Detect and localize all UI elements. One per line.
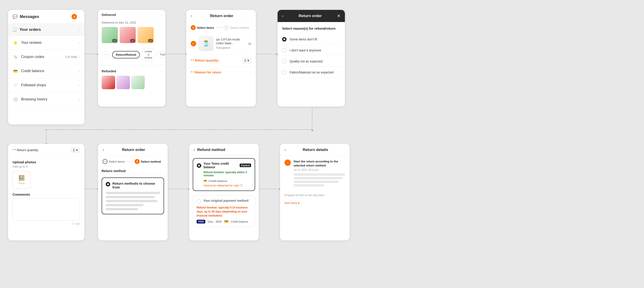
- event-body: Start the return according to the select…: [294, 159, 345, 186]
- reason-text-4: Fabric/Material not as expected: [290, 71, 334, 74]
- reason-option-1[interactable]: Some items don't fit: [278, 34, 345, 45]
- messages-row[interactable]: 💬 Messages 4 ›: [8, 10, 84, 24]
- reason-option-2[interactable]: I don't want it anymore: [278, 45, 345, 56]
- details-content: ↑ Start the return according to the sele…: [280, 156, 350, 194]
- credit-icon2: 💳: [224, 219, 229, 224]
- orders-chevron-icon: ›: [79, 28, 80, 32]
- product-image-1: x2: [102, 27, 118, 43]
- upload-label: Upload photos: [12, 160, 80, 164]
- coupons-label: Coupon codes: [21, 55, 44, 59]
- messages-label: Messages: [20, 14, 39, 19]
- return-method-section-label: Return method: [98, 167, 168, 174]
- original-payment-label: Your original payment method: [203, 199, 248, 202]
- credit-label: Credit balance: [21, 69, 44, 73]
- return-header: ‹ Return order: [186, 10, 256, 22]
- original-payment-row: Your original payment method: [196, 199, 251, 204]
- return-method-card: ‹ Return order ✓ Select items ——› 2 Sele…: [98, 144, 168, 240]
- sidebar-item-credit[interactable]: 💳 Credit balance ›: [8, 64, 84, 78]
- event-line-1: [294, 173, 345, 176]
- product-row: ✓ 🫙 1pc 3.5*3.5in Acrylic Cotton Swab...…: [186, 33, 256, 54]
- see-more-button[interactable]: See more ▾: [280, 199, 350, 207]
- order-actions: ··· Return/Refund Leave a review Track: [98, 46, 166, 63]
- qty-badge-3: x2: [148, 39, 153, 42]
- temu-credit-option[interactable]: Your Temu credit balance Fastest Refund …: [193, 158, 255, 191]
- reasons-close-button[interactable]: ✕: [337, 14, 340, 19]
- arrow-vertical: [312, 107, 312, 130]
- credit-radio-icon: [197, 163, 201, 168]
- qty-badge-1: x2: [112, 39, 117, 42]
- credit-balance-row: 💳 Credit balance: [197, 179, 251, 183]
- return-reason-row[interactable]: * * Reason for return ›: [186, 67, 256, 78]
- qty-mini-value: 2: [73, 148, 75, 152]
- refunded-image-3: [131, 76, 145, 89]
- visa-text: Visa ...9825: [208, 220, 222, 223]
- arrow-4: [85, 189, 98, 189]
- sidebar-item-browsing[interactable]: 🕐 Browsing history ›: [8, 92, 84, 107]
- order-images: x2 x2 x2: [98, 25, 166, 46]
- payment-methods-row: VISA Visa ...9825 💳 Credit balance: [196, 219, 251, 224]
- event-title: Start the return according to the select…: [294, 159, 345, 168]
- coupons-icon: 🏷️: [12, 54, 18, 60]
- method-radio-icon: [106, 182, 110, 186]
- reasons-back-button[interactable]: ‹: [282, 14, 284, 19]
- credit-label-row: Your Temu credit balance Fastest: [204, 162, 251, 169]
- product-name: 1pc 3.5*3.5in Acrylic Cotton Swab...: [216, 38, 246, 45]
- product-quantity: x2: [248, 42, 251, 45]
- steps-separator2-icon: ——›: [126, 160, 133, 163]
- shops-label: Followed shops: [21, 83, 46, 87]
- reason-option-4[interactable]: Fabric/Material not as expected: [278, 67, 345, 78]
- reason-chevron-icon: ›: [250, 71, 251, 74]
- comments-textarea[interactable]: [12, 198, 80, 221]
- method-line-5: [106, 208, 138, 210]
- refund-back-button[interactable]: ‹: [194, 147, 195, 152]
- qty-select[interactable]: 2 ▾: [242, 57, 251, 64]
- original-payment-option[interactable]: Your original payment method Refund time…: [193, 195, 255, 227]
- messages-chevron-icon: ›: [79, 15, 80, 19]
- reason-text-2: I don't want it anymore: [290, 49, 321, 52]
- spacer: [189, 193, 259, 195]
- photo-upload-box[interactable]: 🖼️ Photo: [12, 171, 30, 189]
- details-title: Return details: [286, 148, 345, 152]
- step2-number: 2: [224, 25, 229, 30]
- messages-icon: 💬: [12, 14, 18, 19]
- dropped-off-text: Dropped off and on the way back...: [280, 194, 350, 199]
- orders-row[interactable]: 🧾 Your orders ›: [8, 24, 84, 36]
- product-checkbox[interactable]: ✓: [191, 41, 196, 46]
- visa-badge: VISA: [196, 220, 205, 223]
- return-method-title: Return order: [104, 148, 163, 152]
- refunded-image-1: [102, 76, 115, 89]
- step2-active-number: 2: [135, 159, 140, 164]
- credit-balance-text: Credit balance: [208, 179, 227, 183]
- qty-mini-label: * * Return quantity:: [12, 148, 39, 152]
- details-header: ‹ Return details: [280, 144, 350, 156]
- return-qty-row: * * Return quantity: 2 ▾: [186, 54, 256, 67]
- track-button[interactable]: Track: [157, 51, 166, 58]
- orders-label: Your orders: [20, 28, 41, 32]
- method-line-4: [106, 204, 144, 206]
- sidebar-item-shops[interactable]: ♡ Followed shops ›: [8, 78, 84, 92]
- fastest-badge: Fastest: [240, 164, 251, 167]
- shops-icon: ♡: [12, 82, 18, 88]
- cannot-redeem-text: Cannot be redeemed for cash: [204, 184, 239, 187]
- step1-active: 1 Select items: [191, 25, 214, 30]
- return-method-steps: ✓ Select items ——› 2 Select method: [98, 156, 168, 167]
- reason-option-3[interactable]: Quality not as expected: [278, 56, 345, 67]
- leave-review-button[interactable]: Leave a review: [142, 48, 155, 61]
- arrow-5: [168, 189, 188, 189]
- return-refund-button[interactable]: Return/Refund: [112, 51, 140, 58]
- comments-label: Comments: [12, 192, 80, 196]
- refunded-label: Refunded: [102, 69, 116, 73]
- arrow-1: [85, 54, 98, 54]
- method-line-3: [106, 200, 157, 202]
- more-options-button[interactable]: ···: [102, 51, 110, 58]
- return-methods-box[interactable]: Return methods to choose from: [102, 177, 164, 214]
- arrow-2: [166, 54, 186, 54]
- step2-active-label: Select method: [141, 160, 161, 163]
- sidebar-item-coupons[interactable]: 🏷️ Coupon codes 3 in total ›: [8, 50, 84, 64]
- reason-radio-2: [282, 48, 286, 53]
- qty-mini-select[interactable]: 2 ▾: [71, 147, 80, 153]
- sidebar-item-reviews[interactable]: ⭐ Your reviews ›: [8, 36, 84, 50]
- browsing-chevron-icon: ›: [79, 98, 80, 101]
- reason-radio-3: [282, 59, 286, 64]
- arrow-3: [256, 54, 277, 54]
